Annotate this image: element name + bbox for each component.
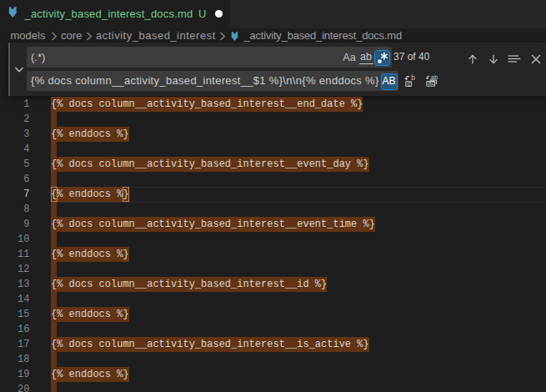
svg-text:b: b <box>411 74 415 82</box>
svg-text:c: c <box>407 79 410 87</box>
svg-text:ac: ac <box>428 79 434 87</box>
